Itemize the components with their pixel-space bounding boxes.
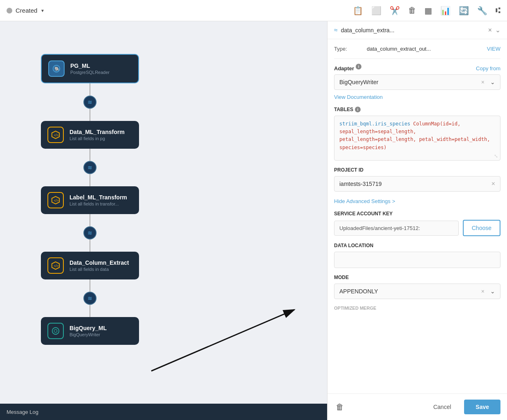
mode-select[interactable]: APPENDONLY × ⌄ (334, 284, 500, 299)
node-bigquery[interactable]: BigQuery_ML BigQueryWriter (41, 317, 139, 345)
adapter-label: Adapter i (334, 64, 476, 73)
connector-1: ≋ (83, 83, 96, 121)
chevron-down-icon[interactable]: ▾ (41, 8, 44, 13)
mode-section: MODE APPENDONLY × ⌄ (334, 275, 500, 299)
main-content: 🐘 PG_ML PostgreSQLReader ≋ (0, 21, 507, 420)
service-key-row: UploadedFiles/ancient-yeti-17512: Choose (334, 220, 500, 236)
node-icon-pg: 🐘 (48, 60, 65, 77)
wrench-icon[interactable]: 🔧 (477, 6, 487, 16)
panel-footer: 🗑 Cancel Save (328, 393, 507, 420)
right-panel: ≈ data_column_extra... × ⌄ Type: data_co… (327, 21, 507, 420)
pipeline: 🐘 PG_ML PostgreSQLReader ≋ (41, 54, 139, 345)
node-data-ml[interactable]: </> Data_ML_Transform List all fields in… (41, 121, 139, 149)
node-icon-bigquery (47, 323, 64, 339)
refresh-icon[interactable]: 🔄 (459, 6, 469, 16)
panel-header: ≈ data_column_extra... × ⌄ (328, 21, 507, 39)
svg-text:</>: </> (54, 134, 58, 137)
panel-title: data_column_extra... (341, 27, 485, 34)
topbar: Created ▾ 📋 ⬜ ✂️ 🗑 ▦ 📊 🔄 🔧 ⑆ (0, 0, 507, 21)
adapter-clear-icon[interactable]: × (481, 79, 485, 85)
wave-connector-3: ≋ (83, 226, 96, 239)
tables-label: TABLES i (334, 107, 500, 112)
adapter-select-value: BigQueryWriter (339, 79, 378, 85)
view-link[interactable]: VIEW (487, 46, 500, 52)
node-icon-transform-1: </> (47, 127, 64, 143)
panel-close-icon[interactable]: × (488, 27, 492, 34)
svg-point-8 (52, 328, 59, 335)
svg-text:</>: </> (54, 264, 58, 268)
clipboard-icon[interactable]: 📋 (353, 6, 363, 16)
data-location-label: DATA LOCATION (334, 243, 500, 248)
service-key-value: UploadedFiles/ancient-yeti-17512: (334, 221, 459, 236)
resize-handle-icon: ⤡ (494, 153, 498, 159)
node-pg-ml-subtitle: PostgreSQLReader (70, 70, 110, 75)
trash-icon[interactable]: 🗑 (408, 6, 416, 15)
copy-icon[interactable]: ⬜ (371, 6, 381, 16)
optimized-merge-label: OPTIMIZED MERGE (334, 306, 500, 311)
tables-section: TABLES i striim_bqml.iris_species Column… (334, 107, 500, 161)
node-bigquery-subtitle: BigQueryWriter (70, 332, 107, 337)
node-icon-transform-3: </> (47, 257, 64, 274)
mode-label: MODE (334, 275, 500, 280)
node-data-col[interactable]: </> Data_Column_Extract List all fields … (41, 252, 139, 279)
mode-select-value: APPENDONLY (339, 288, 378, 295)
save-button[interactable]: Save (464, 400, 500, 414)
node-pg-ml[interactable]: 🐘 PG_ML PostgreSQLReader (41, 54, 139, 83)
mode-chevron-icon[interactable]: ⌄ (490, 288, 495, 295)
grid-icon[interactable]: ▦ (424, 6, 432, 16)
node-data-col-title: Data_Column_Extract (70, 259, 129, 266)
connector-3: ≋ (83, 214, 96, 252)
panel-chevron-icon[interactable]: ⌄ (495, 26, 500, 34)
scissors-icon[interactable]: ✂️ (390, 6, 400, 16)
nodes-icon[interactable]: ⑆ (496, 6, 500, 15)
adapter-select[interactable]: BigQueryWriter × ⌄ (334, 74, 500, 90)
message-log-bar[interactable]: Message Log (0, 404, 327, 420)
delete-button[interactable]: 🗑 (334, 401, 345, 413)
svg-point-9 (54, 329, 57, 332)
status-dot (7, 8, 12, 13)
tables-info-icon[interactable]: i (355, 107, 361, 112)
project-id-input[interactable] (339, 176, 488, 191)
svg-line-11 (151, 310, 294, 371)
view-documentation-link[interactable]: View Documentation (334, 94, 383, 100)
topbar-icons: 📋 ⬜ ✂️ 🗑 ▦ 📊 🔄 🔧 ⑆ (353, 6, 500, 16)
wave-connector-1: ≋ (83, 96, 96, 109)
choose-button[interactable]: Choose (463, 220, 500, 236)
type-label: Type: (334, 46, 367, 52)
connector-4: ≋ (83, 279, 96, 317)
message-log-label: Message Log (7, 409, 38, 415)
node-data-col-subtitle: List all fields in data (70, 267, 129, 272)
node-label-ml-subtitle: List all fields in transfor... (70, 201, 127, 206)
data-location-section: DATA LOCATION (334, 243, 500, 268)
wave-connector-2: ≋ (83, 161, 96, 174)
hide-advanced-settings[interactable]: Hide Advanced Settings > (334, 198, 500, 204)
service-key-label: SERVICE ACCOUNT KEY (334, 211, 500, 217)
adapter-info-icon[interactable]: i (356, 64, 361, 69)
data-location-input[interactable] (334, 252, 500, 268)
status-label: Created (16, 7, 37, 14)
chart-icon[interactable]: 📊 (440, 6, 451, 16)
panel-wave-icon: ≈ (334, 27, 338, 34)
copy-from-link[interactable]: Copy from (476, 65, 500, 71)
tables-textarea[interactable]: striim_bqml.iris_species ColumnMap(id=id… (334, 116, 500, 161)
type-row: Type: data_column_extract_out... VIEW (334, 46, 500, 52)
panel-body: Type: data_column_extract_out... VIEW Ad… (328, 39, 507, 393)
project-id-section: PROJECT ID × (334, 167, 500, 192)
type-value: data_column_extract_out... (367, 46, 487, 52)
project-id-input-wrapper: × (334, 176, 500, 192)
node-icon-transform-2: </> (47, 192, 64, 208)
project-id-clear-icon[interactable]: × (488, 177, 498, 191)
node-label-ml[interactable]: </> Label_ML_Transform List all fields i… (41, 186, 139, 214)
node-data-ml-title: Data_ML_Transform (70, 129, 125, 135)
project-id-label: PROJECT ID (334, 167, 500, 173)
svg-text:</>: </> (54, 199, 58, 203)
node-data-ml-subtitle: List all fields in pg (70, 136, 125, 141)
wave-connector-4: ≋ (83, 292, 96, 305)
connector-2: ≋ (83, 149, 96, 186)
node-pg-ml-title: PG_ML (70, 63, 110, 69)
cancel-button[interactable]: Cancel (425, 400, 460, 414)
mode-clear-icon[interactable]: × (481, 288, 485, 295)
node-label-ml-title: Label_ML_Transform (70, 194, 127, 201)
service-account-key-section: SERVICE ACCOUNT KEY UploadedFiles/ancien… (334, 211, 500, 236)
adapter-chevron-icon[interactable]: ⌄ (490, 79, 495, 85)
